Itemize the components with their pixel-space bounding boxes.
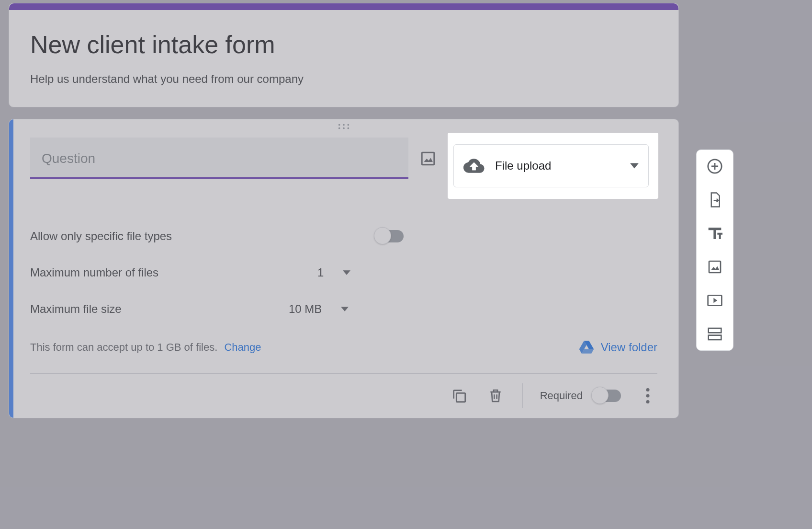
max-size-label: Maximum file size bbox=[30, 302, 260, 316]
add-title-button[interactable] bbox=[705, 224, 724, 243]
add-image-button[interactable] bbox=[420, 149, 436, 168]
svg-point-1 bbox=[343, 124, 345, 126]
form-theme-bar bbox=[9, 3, 678, 10]
svg-rect-7 bbox=[456, 393, 465, 402]
input-focus-underline bbox=[30, 177, 408, 179]
svg-point-10 bbox=[646, 400, 649, 403]
drive-icon bbox=[579, 341, 594, 354]
import-questions-button[interactable] bbox=[705, 190, 724, 209]
drag-handle-icon[interactable] bbox=[9, 119, 678, 134]
toggle-knob bbox=[591, 387, 609, 404]
view-folder-label: View folder bbox=[601, 341, 657, 354]
question-type-highlight: File upload bbox=[448, 133, 658, 199]
toggle-knob bbox=[374, 227, 391, 244]
svg-rect-14 bbox=[709, 328, 722, 333]
add-video-button[interactable] bbox=[705, 291, 724, 310]
storage-info-row: This form can accept up to 1 GB of files… bbox=[30, 327, 657, 373]
max-files-row: Maximum number of files 1 bbox=[30, 254, 657, 291]
vertical-separator bbox=[522, 383, 523, 408]
svg-point-3 bbox=[338, 127, 340, 129]
more-options-button[interactable] bbox=[638, 386, 657, 405]
max-files-value: 1 bbox=[317, 266, 324, 279]
storage-note: This form can accept up to 1 GB of files… bbox=[30, 341, 217, 353]
question-title-input[interactable] bbox=[30, 138, 408, 178]
cloud-upload-icon bbox=[463, 155, 485, 176]
allow-specific-toggle[interactable] bbox=[375, 230, 404, 242]
svg-rect-12 bbox=[709, 261, 721, 273]
max-files-label: Maximum number of files bbox=[30, 266, 289, 279]
svg-point-5 bbox=[347, 127, 349, 129]
required-label: Required bbox=[540, 390, 583, 402]
svg-point-0 bbox=[338, 124, 340, 126]
svg-rect-15 bbox=[709, 335, 722, 340]
caret-down-icon bbox=[341, 305, 349, 313]
duplicate-button[interactable] bbox=[450, 386, 469, 405]
caret-down-icon bbox=[343, 269, 350, 276]
max-size-row: Maximum file size 10 MB bbox=[30, 291, 657, 327]
svg-rect-6 bbox=[422, 152, 434, 165]
add-section-button[interactable] bbox=[705, 324, 724, 344]
svg-point-9 bbox=[646, 394, 649, 397]
question-type-dropdown[interactable]: File upload bbox=[453, 144, 649, 187]
change-storage-link[interactable]: Change bbox=[224, 341, 261, 353]
add-question-button[interactable] bbox=[705, 157, 724, 176]
question-footer: Required bbox=[9, 374, 678, 418]
delete-button[interactable] bbox=[486, 386, 505, 405]
svg-point-8 bbox=[646, 388, 649, 391]
svg-point-2 bbox=[347, 124, 349, 126]
max-size-select[interactable]: 10 MB bbox=[289, 302, 349, 316]
required-toggle[interactable] bbox=[592, 390, 621, 402]
max-size-value: 10 MB bbox=[289, 302, 322, 316]
form-description[interactable]: Help us understand what you need from ou… bbox=[30, 72, 657, 86]
caret-down-icon bbox=[630, 161, 639, 170]
active-indicator-bar bbox=[9, 119, 13, 418]
form-header-card: New client intake form Help us understan… bbox=[9, 3, 679, 107]
allow-specific-label: Allow only specific file types bbox=[30, 230, 289, 243]
svg-point-4 bbox=[343, 127, 345, 129]
add-image-toolbar-button[interactable] bbox=[705, 257, 724, 276]
form-title[interactable]: New client intake form bbox=[30, 30, 657, 59]
view-folder-button[interactable]: View folder bbox=[579, 341, 657, 354]
max-files-select[interactable]: 1 bbox=[317, 266, 350, 279]
question-card: File upload Allow only specific file typ… bbox=[9, 119, 679, 418]
side-toolbar bbox=[696, 150, 733, 351]
question-type-label: File upload bbox=[495, 159, 620, 172]
allow-specific-file-types-row: Allow only specific file types bbox=[30, 218, 657, 254]
